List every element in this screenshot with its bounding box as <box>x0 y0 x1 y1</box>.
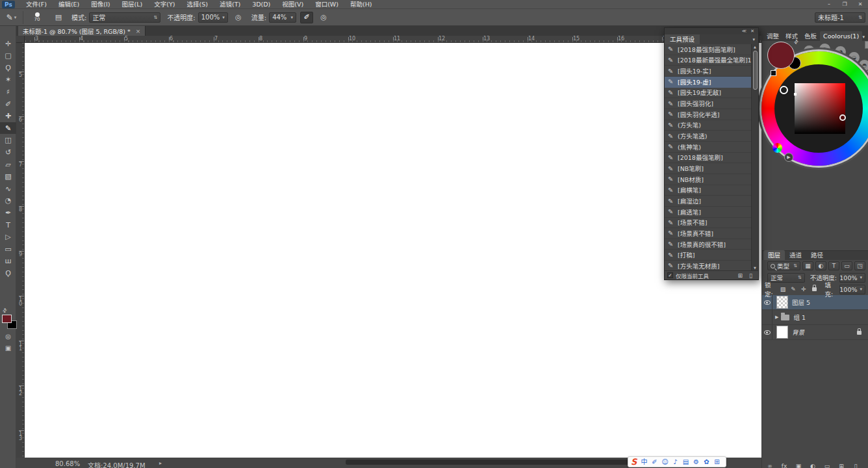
preset-item[interactable]: ✎[扁透笔] <box>665 207 751 218</box>
layer-effects-icon[interactable]: fx <box>777 463 791 468</box>
menu-item-8[interactable]: 视图(V) <box>276 0 309 8</box>
lock-transparency-icon[interactable]: ▨ <box>779 285 787 294</box>
ime-tools-icon[interactable]: ⚙ <box>691 459 701 465</box>
swap-colors-icon[interactable]: ⇄ <box>1 307 8 314</box>
new-layer-icon[interactable]: ⊞ <box>834 463 849 468</box>
marquee-tool[interactable]: ▢ <box>0 50 16 62</box>
layer-opacity-select[interactable]: 100% ▾ <box>839 273 865 283</box>
layer-thumbnail[interactable] <box>776 326 788 339</box>
layer-fill-select[interactable]: 100% ▾ <box>839 285 865 294</box>
menu-item-4[interactable]: 文字(Y) <box>148 0 181 8</box>
filter-smart-icon[interactable]: ◳ <box>854 261 865 270</box>
lasso-tool[interactable]: Ϙ <box>0 62 16 73</box>
ime-toolbox-icon[interactable]: ⊞ <box>711 459 722 465</box>
close-button[interactable]: ✕ <box>852 0 868 8</box>
preset-item[interactable]: ✎[扁湿边] <box>665 196 751 207</box>
crop-tool[interactable]: ♯ <box>0 86 16 98</box>
ime-mode-chinese[interactable]: 中 <box>639 459 649 465</box>
layer-row[interactable]: 背景 <box>762 325 868 340</box>
pressure-size-icon[interactable]: ◎ <box>317 12 330 23</box>
saturation-value-square[interactable] <box>795 83 845 134</box>
sv-selector[interactable] <box>839 114 846 121</box>
type-tool[interactable]: T <box>0 219 16 231</box>
panel-menu-icon[interactable]: ▾ <box>749 37 758 42</box>
dodge-tool[interactable]: ◔ <box>0 195 16 207</box>
harmony-grid-icon[interactable] <box>865 41 868 49</box>
ime-skin-icon[interactable]: ✿ <box>701 459 711 465</box>
layer-filter-select[interactable]: 类型 ⇅ <box>767 261 800 270</box>
opacity-select[interactable]: 100% ▾ <box>198 12 228 23</box>
document-tab[interactable]: 未标题-1 @ 80.7% (图层 5, RGB/8) * × <box>18 26 146 36</box>
foreground-color-swatch[interactable] <box>2 315 12 323</box>
menu-item-6[interactable]: 滤镜(T) <box>214 0 246 8</box>
close-document-icon[interactable]: × <box>136 28 141 34</box>
scroll-up-icon[interactable]: ▲ <box>754 44 756 49</box>
visibility-toggle[interactable] <box>762 295 772 309</box>
status-menu-icon[interactable]: ▸ <box>159 460 162 466</box>
preset-item[interactable]: ✎[圆头强羽化] <box>665 98 751 109</box>
preset-scrollbar[interactable]: ▲ ▼ <box>751 44 758 270</box>
toggle-brush-panel-button[interactable]: ▤ <box>52 12 65 23</box>
preset-item[interactable]: ✎[方头笔无材质] <box>665 261 751 270</box>
zoom-tool[interactable]: Ǫ <box>0 267 16 279</box>
preset-item[interactable]: ✎[圆头羽化半透] <box>665 109 751 120</box>
close-panel-icon[interactable]: ✕ <box>750 29 754 34</box>
preset-item[interactable]: ✎[场景不错] <box>665 218 751 229</box>
preset-item[interactable]: ✎[NB材质] <box>665 174 751 185</box>
current-tool-only-checkbox[interactable]: ✓ <box>667 272 673 278</box>
brush-size-picker[interactable]: 70 <box>26 11 48 24</box>
ime-voice-icon[interactable]: ♪ <box>670 459 680 465</box>
brush-tool-preview[interactable]: ✎ ▾ <box>3 11 23 24</box>
ime-keyboard-icon[interactable]: ▤ <box>680 459 691 465</box>
layer-mask-icon[interactable]: ▣ <box>791 463 806 468</box>
preset-item[interactable]: ✎[打稿] <box>665 250 751 261</box>
history-brush-tool[interactable]: ↺ <box>0 146 16 158</box>
lock-paint-icon[interactable]: ✎ <box>789 285 798 294</box>
magic-wand-tool[interactable]: ✶ <box>0 74 16 86</box>
preset-item[interactable]: ✎[圆头19-虚] <box>665 77 751 88</box>
tab-[interactable]: 调整 <box>763 31 782 41</box>
preset-item[interactable]: ✎(方头笔透) <box>665 131 751 142</box>
filter-adjustment-icon[interactable]: ◐ <box>815 261 826 270</box>
tab-1[interactable]: 通道 <box>785 250 806 260</box>
delete-preset-icon[interactable]: ▯ <box>746 272 756 279</box>
move-tool[interactable]: ✛ <box>0 38 16 49</box>
preset-item[interactable]: ✎[扁横笔] <box>665 185 751 196</box>
preset-item[interactable]: ✎[场景真的很不错] <box>665 239 751 250</box>
preset-item[interactable]: ✎[2018最新最强最全笔刷]1 <box>665 55 751 66</box>
preset-item[interactable]: ✎[圆头19-实] <box>665 66 751 77</box>
menu-item-10[interactable]: 帮助(H) <box>344 0 378 8</box>
menu-item-7[interactable]: 3D(D) <box>246 0 276 8</box>
preset-item[interactable]: ✎[场景真不错] <box>665 228 751 239</box>
default-colors-icon[interactable] <box>771 70 776 76</box>
restore-button[interactable]: ❐ <box>837 0 852 8</box>
layer-row[interactable]: ▶组 1 <box>762 310 868 325</box>
scroll-down-icon[interactable]: ▼ <box>754 265 756 270</box>
new-group-icon[interactable]: ▭ <box>820 463 834 468</box>
rectangle-tool[interactable]: ▭ <box>0 243 16 255</box>
sogou-logo[interactable]: S <box>631 458 637 466</box>
gradient-tool[interactable]: ▧ <box>0 171 16 183</box>
tab-2[interactable]: 路径 <box>806 250 828 260</box>
smudge-tool[interactable]: ∿ <box>0 183 16 194</box>
filter-shape-icon[interactable]: ▭ <box>841 261 852 270</box>
tab-coolorus1[interactable]: Coolorus(1) <box>820 31 862 41</box>
path-select-tool[interactable]: ▷ <box>0 231 16 243</box>
flow-select[interactable]: 44% ▾ <box>269 12 296 23</box>
panel-menu-icon[interactable]: ▾ <box>862 34 868 41</box>
minimize-button[interactable]: – <box>821 0 837 8</box>
eyedropper-tool[interactable]: ✐ <box>0 98 16 110</box>
filter-pixel-icon[interactable]: ▦ <box>802 261 813 270</box>
menu-item-5[interactable]: 选择(S) <box>181 0 213 8</box>
workspace-select[interactable]: 未标题-1 ⇅ <box>815 12 865 23</box>
preset-item[interactable]: ✎[NB笔刷] <box>665 163 751 174</box>
preset-item[interactable]: ✎[圆头19虚无敌] <box>665 88 751 99</box>
preset-item[interactable]: ✎(焦神笔) <box>665 142 751 153</box>
quick-mask-button[interactable]: ◎ <box>0 333 16 343</box>
menu-item-3[interactable]: 图层(L) <box>116 0 149 8</box>
preset-item[interactable]: ✎(方头笔) <box>665 120 751 131</box>
blend-mode-select[interactable]: 正常 ⇅ <box>89 12 160 23</box>
canvas[interactable] <box>25 43 761 458</box>
lock-all-icon[interactable] <box>810 285 819 294</box>
pressure-opacity-icon[interactable]: ◎ <box>232 12 245 23</box>
